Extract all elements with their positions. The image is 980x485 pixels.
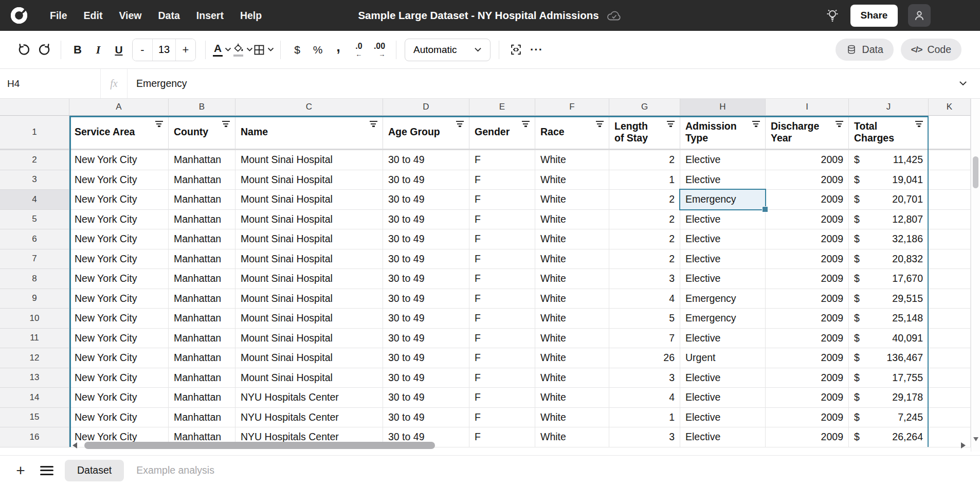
cell-f9[interactable]: White bbox=[535, 289, 609, 309]
cell-e15[interactable]: F bbox=[469, 408, 535, 428]
column-header-e[interactable]: E bbox=[469, 99, 535, 116]
chevron-down-icon[interactable] bbox=[225, 47, 231, 52]
filter-icon[interactable] bbox=[835, 121, 843, 128]
cell-f12[interactable]: White bbox=[535, 348, 609, 368]
row-header-7[interactable]: 7 bbox=[0, 249, 69, 270]
cell-c15[interactable]: NYU Hospitals Center bbox=[235, 408, 383, 428]
cell-e5[interactable]: F bbox=[469, 210, 535, 230]
cell-j13[interactable]: $17,755 bbox=[849, 368, 929, 388]
cell-j9[interactable]: $29,515 bbox=[849, 289, 929, 309]
cell-k13[interactable] bbox=[929, 368, 971, 388]
cell-j5[interactable]: $12,807 bbox=[849, 210, 929, 230]
cell-a15[interactable]: New York City bbox=[69, 408, 169, 428]
menu-insert[interactable]: Insert bbox=[188, 10, 232, 22]
cell-c7[interactable]: Mount Sinai Hospital bbox=[235, 249, 383, 270]
cell-g9[interactable]: 4 bbox=[609, 289, 680, 309]
text-color-button[interactable]: A bbox=[212, 39, 232, 61]
filter-icon[interactable] bbox=[521, 121, 530, 128]
cell-g7[interactable]: 2 bbox=[609, 249, 680, 270]
cell-h14[interactable]: Elective bbox=[680, 388, 766, 408]
row-header-4[interactable]: 4 bbox=[0, 190, 69, 210]
cell-e13[interactable]: F bbox=[469, 368, 535, 388]
cell-d15[interactable]: 30 to 49 bbox=[383, 408, 469, 428]
cell-i4[interactable]: 2009 bbox=[766, 190, 849, 210]
filter-icon[interactable] bbox=[915, 121, 923, 128]
number-format-select[interactable]: Automatic bbox=[405, 39, 491, 61]
row-header-13[interactable]: 13 bbox=[0, 368, 69, 388]
header-cell-discharge-year[interactable]: Discharge Year bbox=[766, 116, 849, 150]
horizontal-scrollbar[interactable] bbox=[70, 439, 970, 452]
cell-i3[interactable]: 2009 bbox=[766, 170, 849, 190]
cell-g4[interactable]: 2 bbox=[609, 190, 680, 210]
name-box[interactable]: H4 bbox=[0, 69, 101, 98]
comma-format-button[interactable]: , bbox=[328, 39, 349, 61]
cell-k10[interactable] bbox=[929, 309, 971, 329]
filter-icon[interactable] bbox=[456, 121, 464, 128]
row-header-11[interactable]: 11 bbox=[0, 329, 69, 349]
row-header-15[interactable]: 15 bbox=[0, 408, 69, 428]
column-header-b[interactable]: B bbox=[169, 99, 235, 116]
cell-b5[interactable]: Manhattan bbox=[169, 210, 235, 230]
cell-a12[interactable]: New York City bbox=[69, 348, 169, 368]
cell-d12[interactable]: 30 to 49 bbox=[383, 348, 469, 368]
cell-f2[interactable]: White bbox=[535, 150, 609, 170]
cell-g10[interactable]: 5 bbox=[609, 309, 680, 329]
formula-bar-expand-icon[interactable] bbox=[958, 81, 968, 86]
row-header-12[interactable]: 12 bbox=[0, 348, 69, 368]
cell-d14[interactable]: 30 to 49 bbox=[383, 388, 469, 408]
cell-f7[interactable]: White bbox=[535, 249, 609, 270]
cell-h3[interactable]: Elective bbox=[680, 170, 766, 190]
cell-e11[interactable]: F bbox=[469, 329, 535, 349]
cell-a7[interactable]: New York City bbox=[69, 249, 169, 270]
cell-c4[interactable]: Mount Sinai Hospital bbox=[235, 190, 383, 210]
cell-g3[interactable]: 1 bbox=[609, 170, 680, 190]
lightbulb-icon[interactable] bbox=[825, 7, 840, 24]
cell-f13[interactable]: White bbox=[535, 368, 609, 388]
cell-h15[interactable]: Elective bbox=[680, 408, 766, 428]
cell-f3[interactable]: White bbox=[535, 170, 609, 190]
cell-k4[interactable] bbox=[929, 190, 971, 210]
cell-j6[interactable]: $32,186 bbox=[849, 229, 929, 249]
header-cell-name[interactable]: Name bbox=[235, 116, 383, 150]
cell-e12[interactable]: F bbox=[469, 348, 535, 368]
cell-d4[interactable]: 30 to 49 bbox=[383, 190, 469, 210]
cell-g5[interactable]: 2 bbox=[609, 210, 680, 230]
cell-b6[interactable]: Manhattan bbox=[169, 229, 235, 249]
header-cell-service-area[interactable]: Service Area bbox=[69, 116, 169, 150]
cell-b9[interactable]: Manhattan bbox=[169, 289, 235, 309]
percent-format-button[interactable]: % bbox=[307, 39, 328, 61]
header-cell-gender[interactable]: Gender bbox=[469, 116, 535, 150]
header-cell-race[interactable]: Race bbox=[535, 116, 609, 150]
cell-a3[interactable]: New York City bbox=[69, 170, 169, 190]
tab-dataset[interactable]: Dataset bbox=[65, 460, 124, 481]
cell-h4[interactable]: Emergency bbox=[680, 190, 766, 210]
cell-i2[interactable]: 2009 bbox=[766, 150, 849, 170]
formula-input[interactable]: Emergency bbox=[128, 78, 187, 89]
cell-d11[interactable]: 30 to 49 bbox=[383, 329, 469, 349]
cell-j3[interactable]: $19,041 bbox=[849, 170, 929, 190]
cell-h7[interactable]: Elective bbox=[680, 249, 766, 270]
document-title[interactable]: Sample Large Dataset - NY Hospital Admis… bbox=[358, 9, 598, 22]
cell-h8[interactable]: Elective bbox=[680, 269, 766, 289]
cell-k6[interactable] bbox=[929, 229, 971, 249]
data-button[interactable]: Data bbox=[836, 39, 894, 61]
fit-content-button[interactable] bbox=[505, 39, 526, 61]
cell-i14[interactable]: 2009 bbox=[766, 388, 849, 408]
cell-h5[interactable]: Elective bbox=[680, 210, 766, 230]
cell-k11[interactable] bbox=[929, 329, 971, 349]
cell-a8[interactable]: New York City bbox=[69, 269, 169, 289]
cell-h9[interactable]: Emergency bbox=[680, 289, 766, 309]
font-size-value[interactable]: 13 bbox=[152, 39, 176, 61]
cell-d2[interactable]: 30 to 49 bbox=[383, 150, 469, 170]
cell-i5[interactable]: 2009 bbox=[766, 210, 849, 230]
tab-example-analysis[interactable]: Example analysis bbox=[136, 464, 214, 476]
row-header-9[interactable]: 9 bbox=[0, 289, 69, 309]
cell-h2[interactable]: Elective bbox=[680, 150, 766, 170]
row-header-3[interactable]: 3 bbox=[0, 170, 69, 190]
menu-help[interactable]: Help bbox=[232, 10, 270, 22]
undo-button[interactable] bbox=[13, 39, 34, 61]
row-header-5[interactable]: 5 bbox=[0, 210, 69, 230]
cell-a5[interactable]: New York City bbox=[69, 210, 169, 230]
currency-format-button[interactable]: $ bbox=[287, 39, 307, 61]
row-header-16[interactable]: 16 bbox=[0, 427, 69, 447]
